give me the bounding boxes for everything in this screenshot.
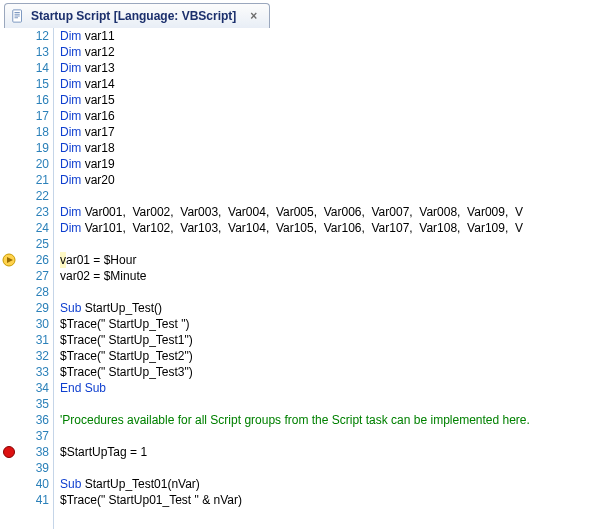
code-line[interactable] — [60, 460, 603, 476]
code-editor[interactable]: 1213141516171819202122232425262728293031… — [0, 28, 603, 529]
line-number: 25 — [18, 236, 49, 252]
code-line[interactable]: 'Procedures available for all Script gro… — [60, 412, 603, 428]
code-line[interactable]: Sub StartUp_Test01(nVar) — [60, 476, 603, 492]
line-number: 36 — [18, 412, 49, 428]
code-line[interactable]: $StartUpTag = 1 — [60, 444, 603, 460]
code-line[interactable]: $Trace(" StartUp_Test1") — [60, 332, 603, 348]
line-number: 18 — [18, 124, 49, 140]
script-file-icon — [11, 9, 25, 23]
code-line[interactable] — [60, 236, 603, 252]
line-number: 22 — [18, 188, 49, 204]
line-number: 27 — [18, 268, 49, 284]
line-number: 26 — [18, 252, 49, 268]
line-number: 39 — [18, 460, 49, 476]
code-line[interactable]: $Trace(" StartUp01_Test " & nVar) — [60, 492, 603, 508]
editor-window: Startup Script [Language: VBScript] × 12… — [0, 0, 603, 529]
code-line[interactable] — [60, 284, 603, 300]
code-line[interactable]: $Trace(" StartUp_Test3") — [60, 364, 603, 380]
code-line[interactable] — [60, 428, 603, 444]
line-number: 24 — [18, 220, 49, 236]
line-number: 37 — [18, 428, 49, 444]
line-number: 13 — [18, 44, 49, 60]
code-line[interactable]: Dim var13 — [60, 60, 603, 76]
code-line[interactable]: var02 = $Minute — [60, 268, 603, 284]
code-line[interactable] — [60, 396, 603, 412]
svg-point-7 — [4, 447, 15, 458]
code-line[interactable]: Dim var20 — [60, 172, 603, 188]
line-number: 16 — [18, 92, 49, 108]
code-area[interactable]: Dim var11Dim var12Dim var13Dim var14Dim … — [54, 28, 603, 529]
code-line[interactable]: Dim var19 — [60, 156, 603, 172]
code-line[interactable]: Dim var16 — [60, 108, 603, 124]
code-line[interactable]: Sub StartUp_Test() — [60, 300, 603, 316]
line-number: 30 — [18, 316, 49, 332]
tab-startup-script[interactable]: Startup Script [Language: VBScript] × — [4, 3, 270, 28]
code-line[interactable]: Dim Var101, Var102, Var103, Var104, Var1… — [60, 220, 603, 236]
code-line[interactable]: Dim var14 — [60, 76, 603, 92]
breakpoint-margin[interactable] — [0, 28, 18, 529]
line-number: 21 — [18, 172, 49, 188]
line-number-gutter: 1213141516171819202122232425262728293031… — [18, 28, 54, 529]
code-line[interactable]: $Trace(" StartUp_Test2") — [60, 348, 603, 364]
line-number: 41 — [18, 492, 49, 508]
line-number: 12 — [18, 28, 49, 44]
code-line[interactable]: Dim var15 — [60, 92, 603, 108]
code-line[interactable]: End Sub — [60, 380, 603, 396]
line-number: 28 — [18, 284, 49, 300]
line-number: 19 — [18, 140, 49, 156]
line-number: 31 — [18, 332, 49, 348]
breakpoint-icon[interactable] — [2, 445, 16, 459]
line-number: 17 — [18, 108, 49, 124]
code-line[interactable]: Dim Var001, Var002, Var003, Var004, Var0… — [60, 204, 603, 220]
line-number: 23 — [18, 204, 49, 220]
line-number: 32 — [18, 348, 49, 364]
code-line[interactable]: $Trace(" StartUp_Test ") — [60, 316, 603, 332]
line-number: 34 — [18, 380, 49, 396]
code-line[interactable]: Dim var17 — [60, 124, 603, 140]
line-number: 14 — [18, 60, 49, 76]
line-number: 38 — [18, 444, 49, 460]
line-number: 35 — [18, 396, 49, 412]
line-number: 40 — [18, 476, 49, 492]
code-line[interactable]: Dim var12 — [60, 44, 603, 60]
line-number: 29 — [18, 300, 49, 316]
code-line[interactable]: Dim var11 — [60, 28, 603, 44]
line-number: 20 — [18, 156, 49, 172]
code-line[interactable]: var01 = $Hour — [60, 252, 603, 268]
tab-close-button[interactable]: × — [248, 9, 259, 23]
execution-pointer-icon — [2, 253, 16, 267]
tab-bar: Startup Script [Language: VBScript] × — [0, 0, 603, 29]
tab-title: Startup Script [Language: VBScript] — [31, 9, 236, 23]
code-line[interactable] — [60, 188, 603, 204]
code-line[interactable]: Dim var18 — [60, 140, 603, 156]
line-number: 33 — [18, 364, 49, 380]
line-number: 15 — [18, 76, 49, 92]
